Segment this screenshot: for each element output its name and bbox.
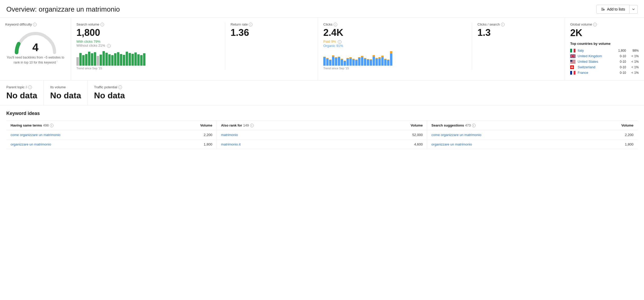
rr-info-icon[interactable]: i: [249, 23, 252, 26]
sv-bar: [82, 55, 85, 66]
ideas-col-header: Search suggestions 473 i Volume: [427, 121, 638, 130]
sv-info-icon[interactable]: i: [100, 23, 104, 26]
its-volume-label: Its volume: [50, 85, 81, 89]
col-info[interactable]: i: [472, 124, 476, 127]
col-info[interactable]: i: [50, 124, 53, 127]
col-title: Search suggestions: [431, 123, 464, 127]
country-name[interactable]: United States: [578, 60, 611, 64]
global-card: Global volume i 2K Top countries by volu…: [565, 18, 644, 80]
svg-rect-22: [570, 62, 575, 62]
country-pct: < 1%: [628, 65, 639, 69]
country-name[interactable]: United Kingdom: [578, 54, 611, 58]
country-name[interactable]: France: [578, 71, 611, 75]
clicks-bar-group: [352, 59, 355, 66]
country-volume: 0-10: [613, 54, 626, 58]
sv-bar: [137, 54, 140, 66]
idea-keyword-link[interactable]: matrimonio.it: [221, 142, 241, 146]
clicks-bar-group: [349, 57, 352, 66]
vol-col-header: Volume: [621, 123, 633, 127]
idea-volume: 4,600: [414, 142, 423, 146]
idea-keyword-link[interactable]: matrimonio: [221, 133, 238, 137]
sv-bar: [105, 53, 108, 66]
countries-list: Italy 1,800 98% United Kingdom 0-10 < 1%…: [570, 48, 639, 75]
blue-bar: [329, 60, 331, 66]
clicks-bar-group: [384, 59, 387, 66]
clicks-bar-group: [358, 57, 360, 66]
svg-rect-6: [570, 49, 572, 52]
country-name[interactable]: Italy: [578, 49, 611, 52]
idea-keyword-link[interactable]: come organizzare un matrimonio: [11, 133, 60, 137]
blue-bar: [381, 57, 384, 66]
svg-rect-24: [570, 63, 575, 63]
parent-topic-label: Parent topic β i: [6, 85, 37, 89]
sv-bar: [103, 51, 105, 66]
clicks-bar-group: [338, 57, 340, 66]
blue-bar: [384, 60, 387, 66]
clicks-label: Clicks i: [323, 22, 467, 26]
sv-bar: [88, 52, 90, 66]
sv-bar: [76, 57, 79, 66]
kd-info-icon[interactable]: i: [33, 23, 37, 26]
sv-bar: [123, 55, 125, 66]
country-name[interactable]: Switzerland: [578, 65, 611, 69]
col-title-area: Having same terms 498 i: [11, 123, 53, 127]
col-info[interactable]: i: [250, 124, 254, 127]
add-to-lists-button[interactable]: Add to lists: [596, 5, 630, 14]
flag-uk: [570, 54, 575, 58]
clicks-info-icon[interactable]: i: [334, 23, 337, 26]
sv-value: 1,800: [76, 27, 220, 38]
clicks-bar-group: [355, 60, 358, 66]
idea-row: come organizzare un matrimonio 2,200: [427, 130, 638, 140]
idea-row: matrimonio 52,000: [217, 130, 427, 140]
tp-info-icon[interactable]: i: [118, 85, 122, 89]
blue-bar: [364, 59, 366, 66]
blue-bar: [326, 59, 329, 66]
country-volume: 0-10: [613, 60, 626, 64]
kd-container: 4 You'll need backlinks from ~5 websites…: [5, 27, 66, 67]
traffic-potential-card: Traffic potential i No data: [88, 80, 131, 105]
idea-keyword-link[interactable]: come organizzare un matrimonio: [431, 133, 481, 137]
sv-notes: With clicks 79% Without clicks 21% i: [76, 40, 220, 48]
sv-bar: [108, 54, 111, 66]
cps-info-icon[interactable]: i: [501, 23, 505, 26]
blue-bar: [375, 59, 378, 66]
col-count: 149: [243, 123, 249, 127]
sv-bar: [143, 53, 145, 66]
clicks-bar-group: [361, 56, 363, 66]
blue-bar: [344, 61, 346, 66]
header-actions: Add to lists: [596, 5, 638, 14]
ideas-grid: Having same terms 498 i Volume come orga…: [6, 120, 638, 149]
idea-row: come organizzare un matrimonio 2,200: [6, 130, 217, 140]
sv-without-info[interactable]: i: [107, 44, 111, 48]
sv-bar: [117, 52, 119, 66]
sv-bar: [134, 52, 137, 66]
global-info-icon[interactable]: i: [593, 23, 597, 26]
sv-bar: [131, 54, 134, 66]
cps-value: 1.3: [477, 27, 559, 38]
clicks-bar-group: [375, 58, 378, 66]
its-volume-card: Its volume No data: [44, 80, 87, 105]
flag-france: [570, 71, 575, 75]
clicks-bar-group: [370, 59, 372, 66]
svg-rect-31: [574, 71, 575, 75]
blue-bar: [323, 57, 326, 66]
clicks-bar-group: [341, 59, 343, 66]
ideas-col-header: Having same terms 498 i Volume: [6, 121, 217, 130]
kd-note: You'll need backlinks from ~5 websites t…: [5, 55, 66, 65]
clicks-bar-group: [367, 59, 369, 66]
sv-bar: [140, 55, 143, 66]
clicks-bar-group: [329, 60, 331, 66]
idea-keyword-link[interactable]: organizzare un matrimonio: [11, 142, 51, 146]
add-to-lists-dropdown[interactable]: [630, 5, 638, 14]
country-row: Switzerland 0-10 < 1%: [570, 64, 639, 70]
sv-bar: [79, 53, 82, 66]
sv-bar: [120, 54, 122, 66]
country-pct: < 1%: [628, 71, 639, 75]
paid-info[interactable]: i: [338, 40, 341, 44]
chevron-down-icon: [632, 8, 635, 11]
pt-info-icon[interactable]: i: [28, 85, 32, 89]
col-title-area: Search suggestions 473 i: [431, 123, 475, 127]
blue-bar: [347, 59, 349, 66]
ideas-col-header: Also rank for 149 i Volume: [217, 121, 427, 130]
idea-keyword-link[interactable]: organizzare un matrimonio: [431, 142, 472, 146]
